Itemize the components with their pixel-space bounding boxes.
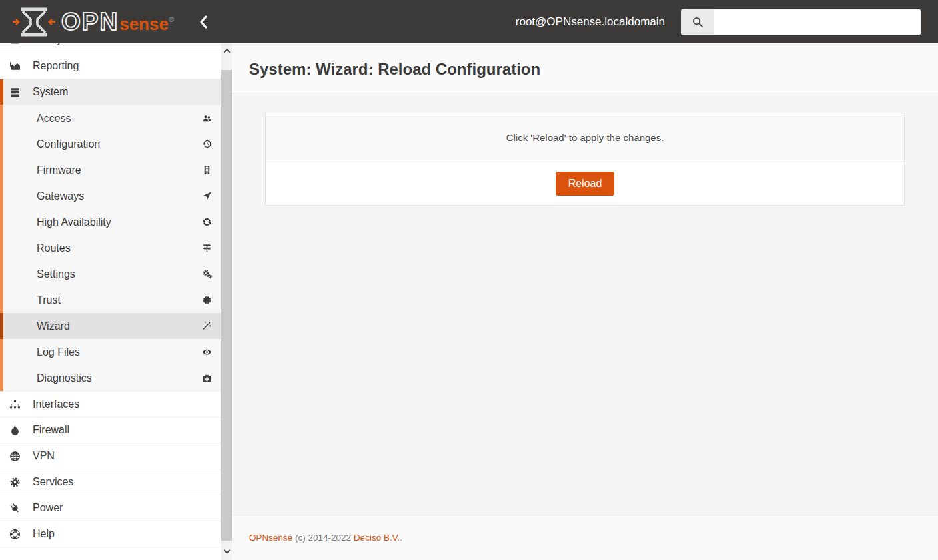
sitemap-icon (8, 399, 21, 410)
opnsense-logo[interactable]: OPNsense® (12, 7, 174, 37)
sidebar-item-power[interactable]: Power (0, 495, 221, 521)
certificate-icon (202, 295, 212, 305)
sidebar-item-firewall[interactable]: Firewall (0, 418, 221, 443)
sidebar-subitem-log-files[interactable]: Log Files (0, 339, 221, 365)
sidebar-subitem-label: Settings (37, 268, 202, 280)
sidebar-subitem-trust[interactable]: Trust (0, 287, 221, 313)
main-menu: LobbyReportingSystemAccessConfigurationF… (0, 43, 221, 547)
sidebar-nav: LobbyReportingSystemAccessConfigurationF… (0, 43, 221, 560)
sidebar-subitem-label: Firmware (37, 164, 202, 176)
sidebar-item-label: Reporting (33, 60, 79, 72)
sidebar-item-label: Interfaces (33, 398, 79, 410)
sidebar-subitem-access[interactable]: Access (0, 105, 221, 131)
search-icon (692, 16, 704, 28)
scroll-down-button[interactable] (221, 545, 232, 560)
main-content: System: Wizard: Reload Configuration Cli… (232, 43, 938, 560)
history-icon (202, 139, 212, 149)
sidebar-subitem-firmware[interactable]: Firmware (0, 157, 221, 183)
chevron-down-icon (223, 547, 230, 554)
search-addon (681, 9, 714, 35)
plug-icon (8, 503, 21, 514)
tachometer-icon (8, 43, 21, 46)
users-icon (202, 113, 212, 123)
sidebar-subitem-label: Log Files (37, 346, 202, 358)
life-ring-icon (8, 529, 21, 540)
registered-mark: ® (169, 15, 174, 23)
sidebar-item-services[interactable]: Services (0, 469, 221, 495)
map-signs-icon (202, 243, 212, 253)
sidebar-scrollbar[interactable] (221, 43, 232, 560)
angle-left-icon (198, 15, 209, 29)
chevron-up-icon (223, 49, 230, 55)
top-header: OPNsense® root@OPNsense.localdomain (0, 0, 938, 43)
sidebar-subitem-high-availability[interactable]: High Availability (0, 209, 221, 235)
brand-opn: OPN (61, 9, 119, 34)
cogs-icon (202, 269, 212, 279)
page-header: System: Wizard: Reload Configuration (232, 43, 938, 93)
sidebar-subitem-label: High Availability (37, 216, 202, 228)
brand-sense: sense (119, 15, 169, 33)
sidebar-subitem-routes[interactable]: Routes (0, 235, 221, 261)
page-footer: OPNsense (c) 2014-2022 Deciso B.V.. (232, 515, 938, 560)
scroll-up-button[interactable] (221, 43, 232, 59)
sidebar-subitem-wizard[interactable]: Wizard (0, 313, 221, 339)
sidebar-subitem-diagnostics[interactable]: Diagnostics (0, 365, 221, 391)
gear-icon (8, 477, 21, 488)
sidebar-item-label: Power (33, 502, 63, 514)
sidebar-item-vpn[interactable]: VPN (0, 443, 221, 469)
building-icon (202, 165, 212, 175)
sidebar-subitem-settings[interactable]: Settings (0, 261, 221, 287)
copyright-text: (c) 2014-2022 (295, 533, 351, 543)
search-input[interactable] (714, 9, 921, 35)
sidebar-item-help[interactable]: Help (0, 521, 221, 547)
sidebar-subitem-label: Wizard (37, 320, 202, 332)
sidebar-subitem-label: Gateways (37, 190, 202, 202)
page-title: System: Wizard: Reload Configuration (249, 60, 921, 79)
reload-button[interactable]: Reload (556, 172, 615, 196)
sidebar-subitem-label: Routes (37, 242, 202, 254)
server-icon (8, 87, 21, 98)
sidebar-subitem-gateways[interactable]: Gateways (0, 183, 221, 209)
sidebar-item-label: Help (33, 528, 55, 540)
scrollbar-thumb[interactable] (221, 70, 232, 541)
opnsense-app: OPNsense® root@OPNsense.localdomain Lobb… (0, 0, 938, 560)
sidebar-item-label: Firewall (33, 424, 69, 436)
logged-in-user: root@OPNsense.localdomain (516, 15, 665, 29)
page-body: Click 'Reload' to apply the changes. Rel… (232, 93, 938, 515)
panel-message: Click 'Reload' to apply the changes. (266, 113, 904, 162)
sidebar-item-label: System (33, 86, 68, 98)
sidebar-subitem-configuration[interactable]: Configuration (0, 131, 221, 157)
eye-icon (202, 347, 212, 357)
globe-icon (8, 451, 21, 462)
area-chart-icon (8, 61, 21, 72)
sidebar-subitem-label: Configuration (37, 139, 202, 150)
hourglass-icon (12, 7, 56, 37)
sidebar-item-system[interactable]: System (0, 79, 221, 105)
refresh-icon (202, 217, 212, 227)
sidebar-subitem-label: Diagnostics (37, 372, 202, 384)
location-arrow-icon (202, 191, 212, 201)
deciso-link[interactable]: Deciso B.V. (354, 533, 400, 543)
sidebar-collapse-button[interactable] (195, 12, 211, 32)
opnsense-link[interactable]: OPNsense (249, 533, 292, 543)
fire-icon (8, 425, 21, 436)
magic-wand-icon (202, 321, 212, 331)
global-search (681, 9, 921, 35)
sidebar-subitem-label: Trust (37, 294, 202, 306)
sidebar-item-interfaces[interactable]: Interfaces (0, 392, 221, 418)
system-submenu: AccessConfigurationFirmwareGatewaysHigh … (0, 105, 221, 392)
sidebar-item-reporting[interactable]: Reporting (0, 53, 221, 79)
sidebar-item-label: VPN (33, 450, 55, 462)
sidebar-item-lobby[interactable]: Lobby (0, 43, 221, 53)
reload-panel: Click 'Reload' to apply the changes. Rel… (265, 113, 905, 206)
sidebar-item-label: Services (33, 476, 73, 488)
medkit-icon (202, 373, 212, 383)
sidebar-item-label: Lobby (33, 43, 62, 46)
sidebar-subitem-label: Access (37, 113, 202, 125)
